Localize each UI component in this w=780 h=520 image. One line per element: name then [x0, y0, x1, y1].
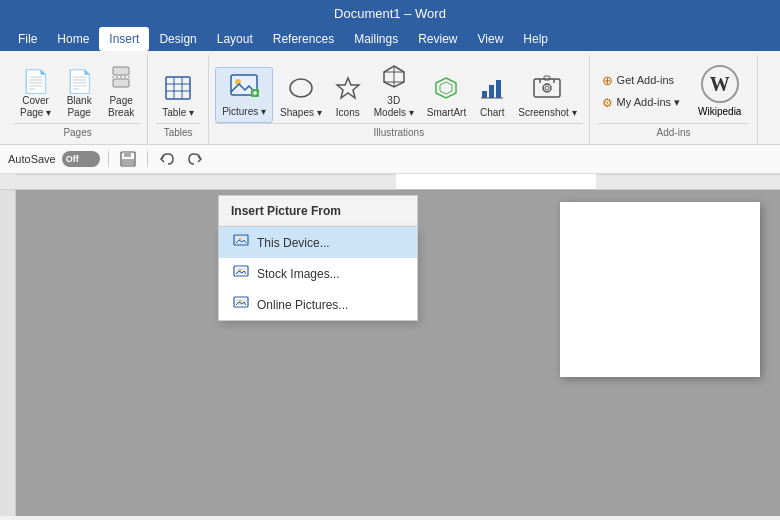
title-bar: Document1 – Word: [0, 0, 780, 27]
svg-rect-32: [122, 159, 134, 165]
3d-models-icon: [381, 63, 407, 93]
cover-page-label: CoverPage ▾: [20, 95, 51, 119]
title-text: Document1 – Word: [334, 6, 446, 21]
ribbon-group-tables: Table ▾ Tables: [148, 55, 209, 144]
svg-rect-2: [113, 79, 129, 87]
svg-point-13: [290, 79, 312, 97]
icons-label: Icons: [336, 107, 360, 119]
stock-images-item[interactable]: Stock Images...: [219, 258, 417, 289]
vertical-ruler: [0, 174, 16, 516]
smartart-label: SmartArt: [427, 107, 466, 119]
menu-home[interactable]: Home: [47, 27, 99, 51]
chart-icon: [479, 75, 505, 105]
wikipedia-button[interactable]: W Wikipedia: [690, 59, 749, 123]
pictures-dropdown: Insert Picture From This Device...: [218, 195, 418, 321]
addins-group-label: Add-ins: [598, 123, 750, 140]
shapes-button[interactable]: Shapes ▾: [274, 71, 328, 123]
cover-page-icon: 📄: [22, 71, 49, 93]
pages-buttons: 📄 CoverPage ▾ 📄 BlankPage PageBreak: [14, 59, 141, 123]
autosave-toggle[interactable]: Off: [62, 151, 100, 167]
document-page: [560, 202, 760, 377]
addins-buttons: ⊕ Get Add-ins ⚙ My Add-ins ▾ W Wikipedia: [598, 59, 750, 123]
my-addins-button[interactable]: ⚙ My Add-ins ▾: [598, 94, 684, 112]
menu-references[interactable]: References: [263, 27, 344, 51]
svg-rect-22: [496, 80, 501, 98]
horizontal-ruler: [16, 174, 780, 190]
tables-group-label: Tables: [156, 123, 200, 140]
table-icon: [164, 75, 192, 105]
ribbon-group-illustrations: Pictures ▾ Shapes ▾ Icons: [209, 55, 589, 144]
toolbar: AutoSave Off: [0, 145, 780, 174]
svg-rect-0: [113, 67, 129, 75]
dropdown-header-label: Insert Picture From: [231, 204, 341, 218]
pictures-icon: [229, 72, 259, 104]
pages-group-label: Pages: [14, 123, 141, 140]
redo-button[interactable]: [184, 148, 206, 170]
screenshot-label: Screenshot ▾: [518, 107, 576, 119]
save-button[interactable]: [117, 148, 139, 170]
page-break-label: PageBreak: [108, 95, 134, 119]
menu-file[interactable]: File: [8, 27, 47, 51]
icons-button[interactable]: Icons: [329, 71, 367, 123]
get-addins-plus-icon: ⊕: [602, 73, 613, 88]
dropdown-header: Insert Picture From: [218, 195, 418, 226]
3d-models-button[interactable]: 3DModels ▾: [368, 59, 420, 123]
dropdown-menu: This Device... Stock Images...: [218, 226, 418, 321]
svg-point-26: [543, 84, 551, 92]
this-device-icon: [233, 234, 249, 251]
blank-page-icon: 📄: [66, 71, 93, 93]
this-device-item[interactable]: This Device...: [219, 227, 417, 258]
menu-bar: File Home Insert Design Layout Reference…: [0, 27, 780, 51]
illustrations-group-label: Illustrations: [215, 123, 582, 140]
cover-page-button[interactable]: 📄 CoverPage ▾: [14, 67, 57, 123]
addins-list: ⊕ Get Add-ins ⚙ My Add-ins ▾: [598, 71, 684, 112]
undo-button[interactable]: [156, 148, 178, 170]
get-addins-button[interactable]: ⊕ Get Add-ins: [598, 71, 684, 90]
menu-layout[interactable]: Layout: [207, 27, 263, 51]
menu-help[interactable]: Help: [513, 27, 558, 51]
table-button[interactable]: Table ▾: [156, 71, 200, 123]
menu-insert[interactable]: Insert: [99, 27, 149, 51]
stock-images-icon: [233, 265, 249, 282]
page-break-icon: [109, 65, 133, 93]
icons-icon: [335, 75, 361, 105]
ruler-v-track: [0, 190, 15, 516]
chart-button[interactable]: Chart: [473, 71, 511, 123]
toolbar-separator-1: [108, 151, 109, 167]
get-addins-label: Get Add-ins: [617, 74, 674, 86]
3d-models-label: 3DModels ▾: [374, 95, 414, 119]
menu-design[interactable]: Design: [149, 27, 206, 51]
autosave-toggle-label: Off: [66, 154, 79, 164]
svg-marker-19: [440, 82, 452, 94]
shapes-icon: [288, 75, 314, 105]
menu-review[interactable]: Review: [408, 27, 467, 51]
ribbon-group-addins: ⊕ Get Add-ins ⚙ My Add-ins ▾ W Wikipedia…: [590, 55, 759, 144]
ribbon: 📄 CoverPage ▾ 📄 BlankPage PageBreak Page…: [0, 51, 780, 145]
my-addins-label: My Add-ins ▾: [617, 96, 680, 109]
menu-mailings[interactable]: Mailings: [344, 27, 408, 51]
tables-buttons: Table ▾: [156, 59, 200, 123]
menu-view[interactable]: View: [468, 27, 514, 51]
smartart-button[interactable]: SmartArt: [421, 71, 472, 123]
svg-rect-20: [482, 91, 487, 98]
online-pictures-icon: [233, 296, 249, 313]
svg-rect-34: [396, 174, 596, 190]
svg-rect-3: [166, 77, 190, 99]
screenshot-icon: [532, 75, 562, 105]
blank-page-label: BlankPage: [67, 95, 92, 119]
blank-page-button[interactable]: 📄 BlankPage: [59, 67, 99, 123]
pictures-button[interactable]: Pictures ▾: [215, 67, 273, 123]
online-pictures-item[interactable]: Online Pictures...: [219, 289, 417, 320]
smartart-icon: [432, 75, 460, 105]
ruler-corner: [0, 174, 16, 190]
svg-rect-31: [124, 152, 131, 157]
wikipedia-label: Wikipedia: [698, 106, 741, 117]
shapes-label: Shapes ▾: [280, 107, 322, 119]
illustrations-buttons: Pictures ▾ Shapes ▾ Icons: [215, 59, 582, 123]
page-break-button[interactable]: PageBreak: [101, 61, 141, 123]
screenshot-button[interactable]: Screenshot ▾: [512, 71, 582, 123]
stock-images-label: Stock Images...: [257, 267, 340, 281]
pictures-label: Pictures ▾: [222, 106, 266, 118]
svg-point-27: [545, 86, 549, 90]
autosave-label: AutoSave: [8, 153, 56, 165]
